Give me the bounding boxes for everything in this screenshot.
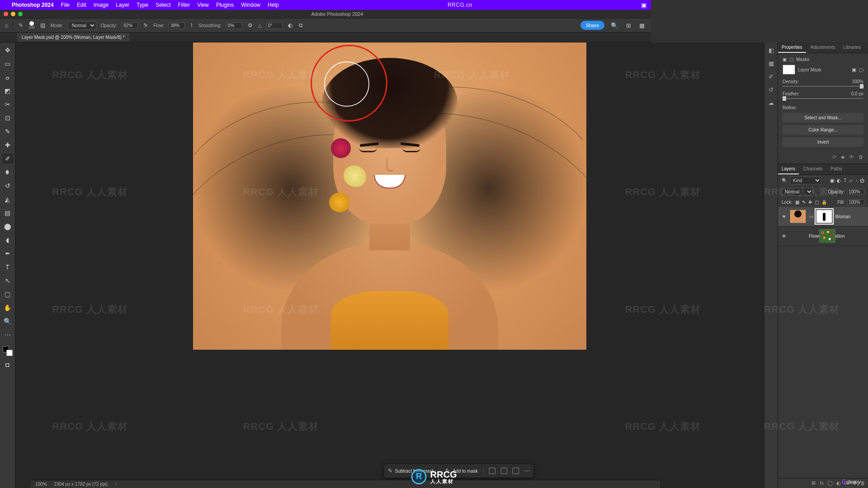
flow-label: Flow: (153, 23, 164, 28)
hand-tool-icon[interactable]: ✋ (2, 303, 13, 313)
eraser-tool-icon[interactable]: ◭ (2, 194, 13, 204)
menu-layer[interactable]: Layer (116, 2, 129, 8)
brush-preset-picker[interactable]: 100 (28, 21, 34, 29)
angle-label: △ (258, 23, 262, 28)
lasso-tool-icon[interactable]: ⴰ (2, 72, 13, 82)
brush-tool-icon[interactable]: ✎ (19, 22, 23, 28)
healing-tool-icon[interactable]: ✚ (2, 140, 13, 150)
menu-filter[interactable]: Filter (178, 2, 190, 8)
type-tool-icon[interactable]: T (2, 262, 13, 272)
opacity-input[interactable] (122, 22, 138, 29)
pen-tool-icon[interactable]: ✒ (2, 249, 13, 258)
airbrush-icon[interactable]: ⌇ (190, 22, 193, 28)
marquee-tool-icon[interactable]: ▭ (2, 59, 13, 69)
app-name[interactable]: Photoshop 2024 (12, 2, 54, 8)
home-icon[interactable]: ⌂ (5, 22, 8, 29)
share-button[interactable]: Share (580, 21, 604, 30)
macos-menubar: Photoshop 2024 File Edit Image Layer Typ… (0, 0, 651, 10)
dodge-tool-icon[interactable]: ◖ (2, 235, 13, 245)
menu-type[interactable]: Type (137, 2, 148, 8)
quick-mask-icon[interactable]: ◘ (2, 360, 13, 366)
arrange-icon[interactable]: ▦ (639, 22, 645, 29)
menu-image[interactable]: Image (94, 2, 108, 8)
blend-mode-select[interactable]: Normal (68, 21, 96, 30)
opacity-label: Opacity: (101, 23, 118, 28)
zoom-tool-icon[interactable]: 🔍 (2, 316, 13, 326)
smoothing-gear-icon[interactable]: ⚙ (248, 22, 253, 28)
watermark-url: RRCG.cn (448, 2, 472, 8)
mode-label: Mode: (51, 23, 63, 28)
camera-icon[interactable]: ▣ (641, 2, 646, 9)
color-swatches[interactable] (3, 346, 13, 356)
search-icon[interactable]: 🔍 (611, 22, 618, 29)
gradient-tool-icon[interactable]: ▤ (2, 208, 13, 218)
brush-tool-icon[interactable]: ✐ (2, 154, 13, 164)
smoothing-label: Smoothing: (198, 23, 222, 28)
path-select-tool-icon[interactable]: ↖ (2, 276, 13, 286)
menu-view[interactable]: View (197, 2, 209, 8)
canvas-area[interactable]: ✎Subtract from mask ✎Add to mask ⋯ 100% … (15, 42, 651, 366)
options-bar: ⌂ ✎ 100 ▨ Mode: Normal Opacity: ✎̷ Flow:… (0, 18, 651, 33)
move-tool-icon[interactable]: ✥ (2, 45, 13, 55)
smoothing-input[interactable] (226, 22, 242, 29)
symmetry-icon[interactable]: ⧉ (299, 22, 303, 28)
shape-tool-icon[interactable]: ▢ (2, 289, 13, 299)
history-brush-tool-icon[interactable]: ↺ (2, 181, 13, 191)
document-canvas[interactable] (193, 42, 586, 350)
document-tab[interactable]: Layer Mask.psd @ 100% (Woman, Layer Mask… (17, 33, 129, 42)
opacity-pressure-icon[interactable]: ✎̷ (143, 22, 148, 28)
document-tabs: Layer Mask.psd @ 100% (Woman, Layer Mask… (0, 33, 651, 42)
traffic-lights[interactable] (4, 12, 23, 16)
eyedropper-tool-icon[interactable]: ✎ (2, 127, 13, 136)
edit-toolbar-icon[interactable]: ⋯ (2, 330, 13, 340)
menu-window[interactable]: Window (241, 2, 260, 8)
stamp-tool-icon[interactable]: ⧯ (2, 167, 13, 177)
menu-select[interactable]: Select (156, 2, 170, 8)
menu-plugins[interactable]: Plugins (216, 2, 234, 8)
tools-panel: ✥ ▭ ⴰ ◩ ✂ ⊡ ✎ ✚ ✐ ⧯ ↺ ◭ ▤ ⬤ ◖ ✒ T ↖ ▢ ✋ … (0, 42, 15, 366)
menu-help[interactable]: Help (268, 2, 279, 8)
crop-tool-icon[interactable]: ✂ (2, 99, 13, 109)
size-pressure-icon[interactable]: ◐ (288, 22, 292, 28)
menu-file[interactable]: File (61, 2, 70, 8)
frame-tool-icon[interactable]: ⊡ (2, 113, 13, 123)
object-select-tool-icon[interactable]: ◩ (2, 86, 13, 96)
face (349, 116, 430, 188)
flow-input[interactable] (169, 22, 185, 29)
workspace-icon[interactable]: ⊞ (626, 22, 631, 29)
angle-input[interactable] (266, 22, 283, 29)
window-title: Adobe Photoshop 2024 (27, 11, 647, 17)
menu-edit[interactable]: Edit (77, 2, 86, 8)
window-titlebar: Adobe Photoshop 2024 (0, 10, 651, 18)
blur-tool-icon[interactable]: ⬤ (2, 221, 13, 231)
brush-settings-icon[interactable]: ▨ (40, 22, 45, 28)
brush-cursor-outline (324, 61, 369, 107)
